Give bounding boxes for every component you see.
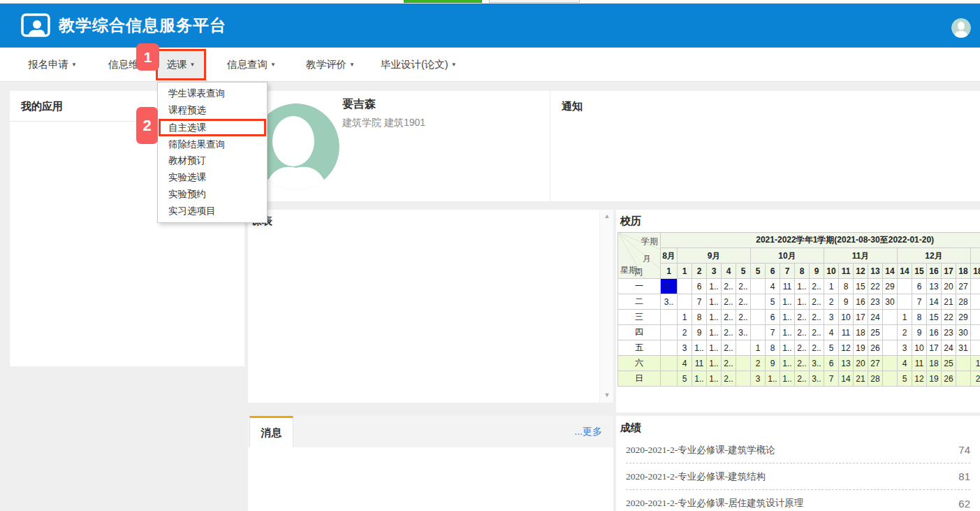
calendar-day-cell: 2.. bbox=[795, 371, 810, 387]
calendar-day-cell: 5 bbox=[678, 371, 692, 387]
calendar-day-cell: 3 bbox=[678, 340, 692, 356]
calendar-week-number: 15 bbox=[912, 264, 927, 279]
calendar-month-cell: 11月 bbox=[824, 248, 898, 264]
calendar-day-cell bbox=[751, 294, 766, 310]
calendar-day-cell: 5 bbox=[898, 371, 912, 387]
dropdown-item-8[interactable]: 实习选项目 bbox=[158, 203, 267, 219]
caret-down-icon: ▼ bbox=[270, 62, 276, 68]
calendar-day-cell bbox=[736, 371, 751, 387]
dropdown-item-6[interactable]: 实验选课 bbox=[158, 169, 267, 186]
calendar-day-cell: 1 bbox=[678, 310, 692, 325]
messages-more-link[interactable]: ...更多 bbox=[574, 426, 602, 438]
calendar-day-cell: 1.. bbox=[707, 340, 722, 356]
calendar-week-number: 1 bbox=[661, 264, 678, 279]
calendar-day-cell: 1.. bbox=[780, 371, 795, 387]
dropdown-item-2[interactable]: 课程预选 bbox=[158, 102, 267, 119]
top-gray-button[interactable] bbox=[489, 0, 580, 3]
calendar-day-cell: 1.. bbox=[795, 279, 810, 294]
calendar-day-cell: 12 bbox=[912, 371, 927, 387]
nav-item-6[interactable]: 毕业设计(论文)▼ bbox=[381, 48, 457, 82]
calendar-day-cell: 26 bbox=[942, 371, 956, 387]
calendar-day-cell: 1.. bbox=[780, 356, 795, 371]
calendar-day-cell: 10 bbox=[839, 310, 854, 325]
calendar-day-cell: 2.. bbox=[810, 340, 824, 356]
calendar-day-cell: 3 bbox=[824, 310, 839, 325]
nav-item-4[interactable]: 信息查询▼ bbox=[227, 48, 276, 82]
nav-item-5[interactable]: 教学评价▼ bbox=[306, 48, 355, 82]
calendar-day-cell: 2.. bbox=[722, 294, 736, 310]
nav-item-1[interactable]: 报名申请▼ bbox=[28, 48, 77, 82]
calendar-day-cell: 2.. bbox=[722, 279, 736, 294]
calendar-day-cell: 2.. bbox=[810, 294, 824, 310]
dropdown-item-1[interactable]: 学生课表查询 bbox=[158, 85, 267, 102]
calendar-week-number: 8 bbox=[795, 264, 810, 279]
caret-down-icon: ▼ bbox=[71, 62, 77, 68]
calendar-row: 三181..2..2..61..2..2..310172418152229512… bbox=[618, 310, 980, 325]
calendar-day-cell: 9 bbox=[912, 325, 927, 340]
user-avatar-icon[interactable] bbox=[951, 18, 971, 38]
calendar-day-cell: 4 bbox=[824, 325, 839, 340]
calendar-day-cell: 8 bbox=[692, 310, 707, 325]
calendar-day-cell: 2.. bbox=[736, 310, 751, 325]
calendar-month-cell: 10月 bbox=[751, 248, 824, 264]
calendar-day-cell: 8 bbox=[839, 279, 854, 294]
grade-row: 2020-2021-2-专业必修课-居住建筑设计原理62 bbox=[626, 490, 970, 511]
calendar-day-cell: 3 bbox=[751, 371, 766, 387]
calendar-day-cell bbox=[736, 356, 751, 371]
scroll-down-icon[interactable]: ▼ bbox=[600, 391, 614, 398]
tab-messages[interactable]: 消息 bbox=[249, 416, 293, 447]
calendar-day-cell: 24 bbox=[868, 310, 883, 325]
calendar-day-cell bbox=[751, 279, 766, 294]
grade-score: 81 bbox=[958, 470, 970, 482]
top-green-button[interactable] bbox=[404, 0, 482, 3]
calendar-row: 四291..2..3..71..2..2..411182529162330613… bbox=[618, 325, 980, 340]
calendar-day-label: 二 bbox=[618, 294, 661, 310]
calendar-day-label: 六 bbox=[618, 356, 661, 371]
calendar-day-label: 三 bbox=[618, 310, 661, 325]
app-header: 教学综合信息服务平台 bbox=[0, 3, 980, 48]
calendar-day-cell: 22 bbox=[942, 310, 956, 325]
scrollbar[interactable]: ▲ ▼ bbox=[599, 210, 613, 403]
calendar-day-cell bbox=[971, 279, 980, 294]
caret-down-icon: ▼ bbox=[451, 62, 457, 68]
calendar-day-label: 一 bbox=[618, 279, 661, 294]
calendar-day-cell: 9 bbox=[692, 325, 707, 340]
calendar-day-cell bbox=[883, 356, 898, 371]
calendar-day-cell: 4 bbox=[678, 356, 692, 371]
calendar-day-cell: 1.. bbox=[780, 310, 795, 325]
calendar-day-cell: 5 bbox=[824, 340, 839, 356]
calendar-day-cell: 1.. bbox=[707, 279, 722, 294]
calendar-week-number: 9 bbox=[810, 264, 824, 279]
calendar-row: 五31..1..2..181..2..2..512192631017243171… bbox=[618, 340, 980, 356]
calendar-day-cell: 16 bbox=[854, 294, 868, 310]
calendar-week-number: 11 bbox=[839, 264, 854, 279]
corner-label: 月 bbox=[643, 253, 651, 265]
calendar-day-cell: 20 bbox=[942, 279, 956, 294]
calendar-day-cell: 1.. bbox=[707, 325, 722, 340]
calendar-day-cell: 2.. bbox=[795, 310, 810, 325]
calendar-title: 校历 bbox=[616, 210, 980, 228]
calendar-week-number: 12 bbox=[854, 264, 868, 279]
annotation-step-1-badge: 1 bbox=[136, 43, 159, 71]
calendar-day-cell: 1.. bbox=[707, 371, 722, 387]
messages-tabbar: 消息 ...更多 bbox=[248, 416, 613, 447]
calendar-day-cell: 23 bbox=[942, 325, 956, 340]
calendar-week-number: 18 bbox=[956, 264, 971, 279]
scroll-up-icon[interactable]: ▲ bbox=[600, 213, 614, 219]
calendar-week-number: 1 bbox=[678, 264, 692, 279]
calendar-day-cell: 28 bbox=[868, 371, 883, 387]
dropdown-item-3[interactable]: 自主选课 bbox=[159, 119, 266, 136]
dropdown-item-5[interactable]: 教材预订 bbox=[158, 152, 267, 169]
calendar-day-cell bbox=[678, 279, 692, 294]
messages-card: 消息 ...更多 bbox=[248, 416, 613, 511]
grades-list: 2020-2021-2-专业必修课-建筑学概论742020-2021-2-专业必… bbox=[626, 437, 970, 511]
calendar-day-cell bbox=[883, 325, 898, 340]
calendar-semester-title: 2021-2022学年1学期(2021-08-30至2022-01-20) bbox=[661, 233, 980, 248]
dropdown-item-4[interactable]: 筛除结果查询 bbox=[158, 136, 267, 153]
calendar-day-cell: 3.. bbox=[661, 294, 678, 310]
calendar-month-cell: 12月 bbox=[898, 248, 971, 264]
dropdown-item-7[interactable]: 实验预约 bbox=[158, 186, 267, 203]
calendar-day-cell: 27 bbox=[868, 356, 883, 371]
nav-item-3[interactable]: 选课▼ bbox=[156, 49, 206, 80]
calendar-month-cell: 1月 bbox=[971, 248, 980, 264]
